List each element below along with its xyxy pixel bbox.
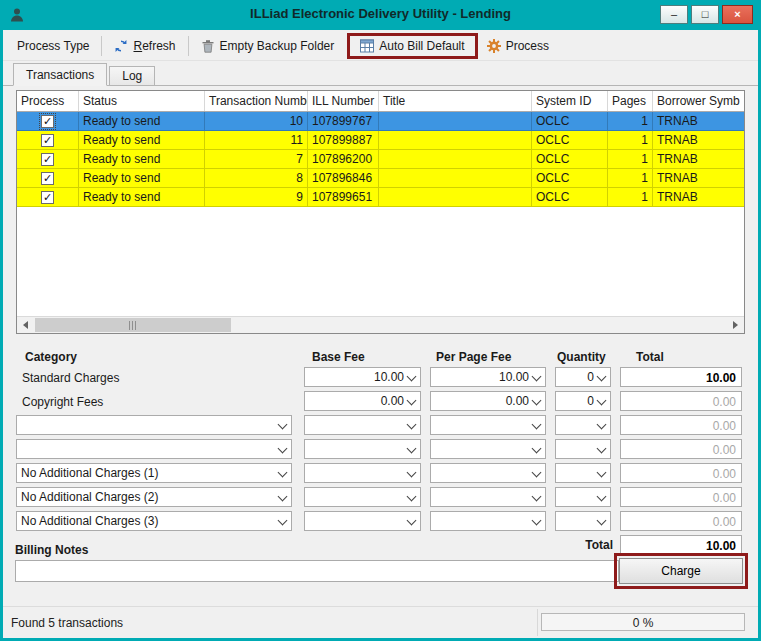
billing-notes-input[interactable] [15, 560, 619, 582]
scroll-left-button[interactable] [17, 317, 34, 333]
row-checkbox[interactable]: ✓ [41, 134, 54, 147]
charge-button[interactable]: Charge [619, 558, 743, 584]
cell-borrower-symbol: TRNAB [653, 188, 744, 206]
table-row[interactable]: ✓ Ready to send 8 107896846 OCLC 1 TRNAB [17, 169, 744, 188]
category-select[interactable]: No Additional Charges (3) [16, 511, 292, 531]
column-header-ill-number[interactable]: ILL Number [308, 91, 379, 111]
minimize-button[interactable]: – [660, 5, 688, 24]
table-row[interactable]: ✓ Ready to send 11 107899887 OCLC 1 TRNA… [17, 131, 744, 150]
chevron-down-icon [407, 372, 417, 382]
per-page-fee-select[interactable] [430, 487, 546, 507]
cell-pages: 1 [608, 150, 653, 168]
quantity-select[interactable]: 0 [555, 391, 611, 411]
cell-borrower-symbol: TRNAB [653, 112, 744, 130]
cell-system-id: OCLC [532, 112, 608, 130]
chevron-down-icon [532, 396, 542, 406]
process-type-button[interactable]: Process Type [8, 35, 98, 57]
scroll-right-button[interactable] [727, 317, 744, 333]
minimize-icon: – [671, 9, 677, 20]
row-checkbox[interactable]: ✓ [41, 172, 54, 185]
chevron-down-icon [407, 492, 417, 502]
status-message: Found 5 transactions [11, 616, 123, 630]
base-fee-select[interactable] [304, 415, 421, 435]
horizontal-scrollbar[interactable] [17, 316, 744, 333]
base-fee-select[interactable]: 10.00 [304, 367, 421, 387]
gear-icon [487, 39, 501, 53]
table-row[interactable]: ✓ Ready to send 9 107899651 OCLC 1 TRNAB [17, 188, 744, 207]
process-button[interactable]: Process [478, 35, 558, 57]
row-total-field: 0.00 [620, 511, 742, 531]
maximize-icon: □ [702, 9, 709, 20]
cell-title [379, 169, 532, 187]
tab-transactions[interactable]: Transactions [13, 63, 107, 86]
tab-log[interactable]: Log [109, 66, 155, 85]
grand-total-field: 10.00 [620, 535, 742, 555]
quantity-select[interactable] [555, 463, 611, 483]
column-header-process[interactable]: Process [17, 91, 79, 111]
per-page-fee-select[interactable] [430, 463, 546, 483]
scrollbar-thumb[interactable] [35, 318, 231, 332]
chevron-down-icon [597, 372, 607, 382]
category-select[interactable] [16, 439, 292, 459]
grid-header: Process Status Transaction Number ILL Nu… [17, 91, 744, 112]
column-header-title[interactable]: Title [379, 91, 532, 111]
chevron-down-icon [532, 420, 542, 430]
category-select[interactable]: No Additional Charges (1) [16, 463, 292, 483]
chevron-down-icon [532, 492, 542, 502]
cell-title [379, 188, 532, 206]
quantity-select[interactable] [555, 415, 611, 435]
column-header-pages[interactable]: Pages [608, 91, 653, 111]
base-fee-select[interactable] [304, 487, 421, 507]
window-title: ILLiad Electronic Delivery Utility - Len… [0, 6, 761, 21]
base-fee-select[interactable] [304, 439, 421, 459]
statusbar-separator [537, 609, 538, 636]
table-row[interactable]: ✓ Ready to send 7 107896200 OCLC 1 TRNAB [17, 150, 744, 169]
column-header-borrower-symbol[interactable]: Borrower Symb [653, 91, 744, 111]
refresh-button[interactable]: Refresh [105, 35, 184, 57]
cell-borrower-symbol: TRNAB [653, 150, 744, 168]
auto-bill-default-button[interactable]: Auto Bill Default [351, 36, 473, 56]
quantity-select[interactable] [555, 439, 611, 459]
column-header-transaction-number[interactable]: Transaction Number [205, 91, 308, 111]
table-row[interactable]: ✓ Ready to send 10 107899767 OCLC 1 TRNA… [17, 112, 744, 131]
cell-pages: 1 [608, 169, 653, 187]
row-total-field: 0.00 [620, 391, 742, 411]
chevron-down-icon [532, 468, 542, 478]
billing-notes-label: Billing Notes [15, 543, 88, 557]
chevron-down-icon [278, 420, 288, 430]
billing-header-base-fee: Base Fee [312, 350, 365, 364]
empty-backup-folder-button[interactable]: Empty Backup Folder [192, 35, 344, 57]
category-select[interactable]: No Additional Charges (2) [16, 487, 292, 507]
quantity-select[interactable]: 0 [555, 367, 611, 387]
quantity-select[interactable] [555, 487, 611, 507]
cell-ill-number: 107896200 [308, 150, 379, 168]
cell-borrower-symbol: TRNAB [653, 131, 744, 149]
quantity-select[interactable] [555, 511, 611, 531]
cell-pages: 1 [608, 131, 653, 149]
row-checkbox[interactable]: ✓ [41, 153, 54, 166]
column-header-system-id[interactable]: System ID [532, 91, 608, 111]
base-fee-select[interactable]: 0.00 [304, 391, 421, 411]
base-fee-select[interactable] [304, 511, 421, 531]
row-checkbox[interactable]: ✓ [41, 191, 54, 204]
annotation-charge: Charge [614, 553, 748, 589]
per-page-fee-select[interactable] [430, 415, 546, 435]
maximize-button[interactable]: □ [691, 5, 719, 24]
column-header-status[interactable]: Status [79, 91, 205, 111]
progress-bar: 0 % [541, 613, 745, 631]
cell-ill-number: 107899767 [308, 112, 379, 130]
chevron-down-icon [407, 444, 417, 454]
cell-system-id: OCLC [532, 169, 608, 187]
per-page-fee-select[interactable]: 0.00 [430, 391, 546, 411]
per-page-fee-select[interactable] [430, 511, 546, 531]
per-page-fee-select[interactable] [430, 439, 546, 459]
cell-ill-number: 107896846 [308, 169, 379, 187]
per-page-fee-select[interactable]: 10.00 [430, 367, 546, 387]
category-select[interactable] [16, 415, 292, 435]
cell-transaction-number: 11 [205, 131, 308, 149]
cell-status: Ready to send [79, 112, 205, 130]
close-button[interactable]: × [722, 5, 753, 24]
billing-header-category: Category [25, 350, 77, 364]
row-checkbox[interactable]: ✓ [41, 115, 54, 128]
base-fee-select[interactable] [304, 463, 421, 483]
